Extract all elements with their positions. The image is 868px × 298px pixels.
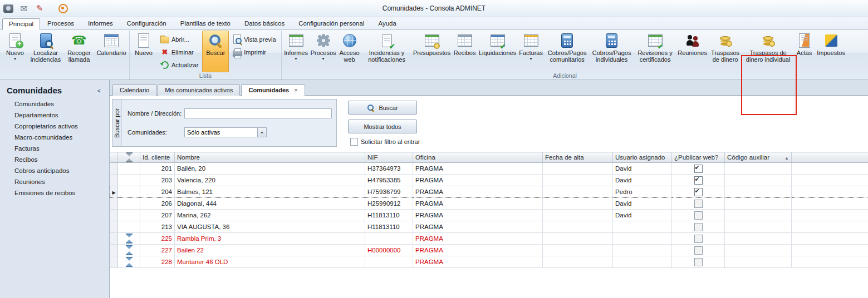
- table-row[interactable]: 201Bailén, 20H37364973PRAGMADavid: [110, 163, 868, 175]
- cell-usuario-asignado: David: [613, 210, 672, 221]
- menu-tab-procesos[interactable]: Procesos: [41, 18, 81, 29]
- document-tab-comunidades[interactable]: Comunidades×: [241, 85, 305, 96]
- comunidades-select[interactable]: Sólo activas ▼: [184, 127, 267, 137]
- menu-tab-configuracion[interactable]: Configuración: [120, 18, 173, 29]
- vista-previa-button[interactable]: Vista previa: [230, 33, 278, 45]
- table-row[interactable]: 207Marina, 262H11813110PRAGMADavid: [110, 210, 868, 221]
- ribbon-button-recoger-llamada[interactable]: ☎Recoger llamada: [63, 31, 95, 72]
- table-row[interactable]: 213VIA AUGUSTA, 36H11813110PRAGMA: [110, 221, 868, 233]
- ribbon-button-incidencias-y-notificaciones[interactable]: ✔Incidencias y notificaciones: [362, 31, 412, 72]
- cell-codigo-auxiliar: [725, 245, 792, 256]
- solicitar-filtro-checkbox[interactable]: Solicitar filtro al entrar: [350, 138, 420, 146]
- col-publicar-web[interactable]: ¿Publicar web?: [672, 152, 725, 163]
- sidebar-item-copropietarios-activos[interactable]: Copropietarios activos: [0, 121, 109, 132]
- cell-nif: H47953385: [365, 175, 413, 186]
- buscar-filter-button[interactable]: Buscar: [348, 101, 417, 115]
- calculator-icon: [604, 33, 620, 48]
- ribbon-button-cobros-pagos-individuales[interactable]: Cobros/Pagos individuales: [590, 31, 634, 72]
- ribbon-button-cobros-pagos-comunitarios[interactable]: Cobros/Pagos comunitarios: [545, 31, 590, 72]
- table-row[interactable]: ▶204Balmes, 121H75936799PRAGMAPedro: [110, 186, 868, 198]
- nombre-direccion-input[interactable]: [184, 108, 332, 118]
- mostrar-todos-button[interactable]: Mostrar todos: [348, 120, 417, 133]
- ribbon-button-procesos[interactable]: Procesos▾: [310, 31, 337, 72]
- menu-tab-ayuda[interactable]: Ayuda: [371, 18, 403, 29]
- ribbon-button-presupuestos[interactable]: Presupuestos: [412, 31, 452, 72]
- ribbon-button-traspasos-de-dinero-individual[interactable]: Traspasos de dinero individual: [743, 31, 794, 72]
- menu-tab-informes[interactable]: Informes: [81, 18, 120, 29]
- sidebar-item-macro-comunidades[interactable]: Macro-comunidades: [0, 132, 109, 143]
- document-tab-mis-comunicados-activos[interactable]: Mis comunicados activos: [158, 85, 240, 96]
- cell-oficina: PRAGMA: [413, 233, 543, 245]
- cell-oficina: PRAGMA: [413, 198, 543, 210]
- publicar-web-checkbox[interactable]: [694, 165, 703, 173]
- document-tab-calendario[interactable]: Calendario: [112, 85, 156, 96]
- buscar-button[interactable]: Buscar: [202, 31, 229, 72]
- col-codigo-auxiliar[interactable]: Código auxiliar▲: [725, 152, 792, 163]
- app-icon[interactable]: [3, 3, 14, 14]
- ribbon-button-acceso-web[interactable]: Acceso web: [337, 31, 362, 72]
- col-nombre[interactable]: Nombre: [175, 152, 365, 163]
- menu-tab-plantillas-de-texto[interactable]: Plantillas de texto: [174, 18, 237, 29]
- publicar-web-checkbox[interactable]: [694, 235, 703, 243]
- imprimir-button[interactable]: Imprimir: [230, 46, 278, 58]
- ribbon-button-reuniones[interactable]: Reuniones: [677, 31, 708, 72]
- publicar-web-checkbox[interactable]: [694, 258, 703, 266]
- col-nif[interactable]: NIF: [365, 152, 413, 163]
- estado-cell: [118, 221, 140, 233]
- ribbon-button-traspasos-de-dinero[interactable]: Traspasos de dinero: [708, 31, 743, 72]
- table-row[interactable]: 227Bailen 22H00000000PRAGMA: [110, 245, 868, 256]
- chevron-down-icon[interactable]: ▼: [257, 128, 266, 137]
- publicar-web-checkbox[interactable]: [694, 223, 703, 231]
- table-row[interactable]: 225Rambla Prim, 3PRAGMA: [110, 233, 868, 245]
- ribbon-button-recibos[interactable]: Recibos: [452, 31, 478, 72]
- menu-tab-configuracion-personal[interactable]: Configuración personal: [292, 18, 371, 29]
- sidebar-item-facturas[interactable]: Facturas: [0, 143, 109, 154]
- ribbon-button-liquidaciones[interactable]: ✔Liquidaciones: [478, 31, 518, 72]
- row-indicator: ▶: [110, 186, 118, 198]
- ribbon-button-impuestos[interactable]: Impuestos: [815, 31, 847, 72]
- publicar-web-checkbox[interactable]: [694, 176, 703, 185]
- publicar-web-checkbox[interactable]: [694, 188, 703, 196]
- menu-tab-datos-basicos[interactable]: Datos básicos: [238, 18, 291, 29]
- publicar-web-checkbox[interactable]: [694, 211, 703, 220]
- menu-tab-principal[interactable]: Principal: [2, 18, 40, 30]
- publicar-web-checkbox[interactable]: [694, 200, 703, 208]
- collapse-sidebar-button[interactable]: <: [95, 87, 104, 94]
- filter-panel: Buscar por Nombre / Dirección: Comunidad…: [112, 99, 337, 147]
- sidebar-item-comunidades[interactable]: Comunidades: [0, 98, 109, 110]
- col-fecha-alta[interactable]: Fecha de alta: [543, 152, 613, 163]
- filter-column-header[interactable]: [118, 152, 140, 163]
- cell-nif: H11813110: [365, 221, 413, 233]
- col-id-cliente[interactable]: Id. cliente: [140, 152, 175, 163]
- col-usuario-asignado[interactable]: Usuario asignado: [613, 152, 672, 163]
- table-row[interactable]: 206Diagonal, 444H25990912PRAGMADavid: [110, 198, 868, 210]
- actualizar-button[interactable]: Actualizar: [158, 59, 201, 71]
- publicar-web-checkbox[interactable]: [694, 246, 703, 255]
- cell-nombre: Rambla Prim, 3: [175, 233, 365, 245]
- compose-icon[interactable]: [34, 3, 45, 14]
- ribbon-button-localizar-incidencias[interactable]: Localizar incidencias: [28, 31, 63, 72]
- sidebar-item-emisiones-de-recibos[interactable]: Emisiones de recibos: [0, 187, 109, 198]
- ribbon-button-revisiones-y-certificados[interactable]: ✔Revisiones y certificados: [634, 31, 677, 72]
- cell-oficina: PRAGMA: [413, 245, 543, 256]
- table-row[interactable]: 228Muntaner 46 OLDPRAGMA: [110, 256, 868, 268]
- mail-icon[interactable]: [18, 3, 30, 14]
- abrir-button[interactable]: Abrir...: [158, 33, 201, 45]
- sidebar-item-departamentos[interactable]: Departamentos: [0, 110, 109, 121]
- table-row[interactable]: 203Valencia, 220H47953385PRAGMADavid: [110, 175, 868, 186]
- estado-cell: [118, 198, 140, 210]
- close-tab-icon[interactable]: ×: [294, 87, 297, 93]
- ribbon-button-facturas[interactable]: Facturas▾: [518, 31, 545, 72]
- ribbon-button-nuevo-lista[interactable]: Nuevo: [131, 31, 156, 72]
- sidebar-item-reuniones[interactable]: Reuniones: [0, 176, 109, 187]
- sidebar-item-cobros-anticipados[interactable]: Cobros anticipados: [0, 165, 109, 176]
- ribbon-button-informes[interactable]: Informes▾: [283, 31, 310, 72]
- broadcast-icon[interactable]: [57, 3, 68, 14]
- sidebar-item-recibos[interactable]: Recibos: [0, 154, 109, 165]
- col-oficina[interactable]: Oficina: [413, 152, 543, 163]
- ribbon-button-calendario[interactable]: Calendario: [95, 31, 128, 72]
- ribbon-button-actas[interactable]: Actas: [794, 31, 815, 72]
- ribbon-button-nuevo[interactable]: +Nuevo▾: [2, 31, 28, 72]
- eliminar-button[interactable]: ✖ Eliminar: [158, 46, 201, 58]
- cell-nombre: Valencia, 220: [175, 175, 365, 186]
